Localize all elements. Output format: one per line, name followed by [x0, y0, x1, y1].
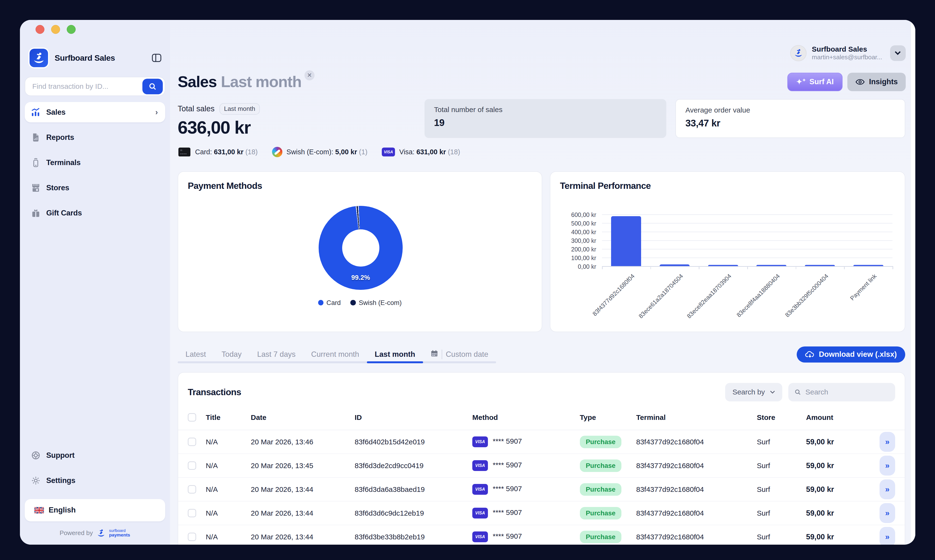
cell-store: Surf: [757, 485, 806, 494]
main-area: Surfboard Sales martin+sales@surfboar...…: [170, 20, 915, 545]
sidebar-item-settings[interactable]: Settings: [25, 470, 165, 491]
account-email: martin+sales@surfboar...: [812, 54, 882, 61]
cell-amount: 59,00 kr: [806, 509, 860, 517]
row-checkbox[interactable]: [188, 438, 196, 446]
bar-83f4377d92c1680f04[interactable]: [611, 216, 641, 266]
language-selector[interactable]: English: [25, 499, 165, 522]
sidebar-collapse-icon[interactable]: [151, 52, 163, 64]
cell-title: N/A: [206, 462, 251, 470]
minimize-window-button[interactable]: [51, 25, 60, 34]
sidebar-item-support[interactable]: Support: [25, 445, 165, 465]
select-all-checkbox[interactable]: [188, 413, 196, 422]
purchase-badge: Purchase: [580, 507, 622, 520]
tab-today[interactable]: Today: [214, 346, 249, 363]
zoom-window-button[interactable]: [67, 25, 76, 34]
bar-83ece8f4aa18880404[interactable]: [756, 265, 786, 266]
account-menu[interactable]: Surfboard Sales martin+sales@surfboar...: [790, 45, 906, 62]
column-header-terminal[interactable]: Terminal: [636, 414, 757, 422]
expand-row-button[interactable]: »: [879, 527, 895, 545]
average-order-value-card[interactable]: Average order value 33,47 kr: [676, 99, 906, 138]
payment-method-badges: Card: 631,00 kr (18)Swish (E-com): 5,00 …: [178, 145, 424, 158]
y-axis-tick-label: 400,00 kr: [554, 229, 596, 235]
table-row[interactable]: N/A20 Mar 2026, 13:4683f6d402b15d42e019V…: [178, 430, 905, 454]
expand-row-button[interactable]: »: [879, 455, 895, 475]
transactions-table-header: TitleDateIDMethodTypeTerminalStoreAmount: [178, 405, 905, 430]
surf-ai-button[interactable]: ✦✦ Surf AI: [787, 73, 842, 91]
stat-value: 19: [434, 117, 657, 128]
row-checkbox[interactable]: [188, 509, 196, 517]
settings-gear-icon: [31, 475, 41, 486]
tab-custom-date[interactable]: Custom date: [423, 346, 496, 363]
legend-item[interactable]: Swish (E-com): [350, 299, 402, 307]
expand-row-button[interactable]: »: [879, 479, 895, 499]
cell-type: Purchase: [580, 507, 636, 520]
search-by-dropdown[interactable]: Search by: [725, 383, 782, 402]
row-checkbox[interactable]: [188, 462, 196, 470]
column-header-method[interactable]: Method: [472, 414, 580, 422]
y-axis-tick-label: 600,00 kr: [554, 211, 596, 218]
scrollbar-track[interactable]: [911, 20, 915, 545]
account-name: Surfboard Sales: [812, 45, 882, 54]
sidebar-item-reports[interactable]: Reports: [25, 127, 165, 148]
sidebar-item-label: Settings: [46, 476, 158, 485]
cell-amount: 59,00 kr: [806, 533, 860, 541]
bar-83ece82eaa18703904[interactable]: [708, 265, 738, 266]
cell-method: VISA**** 5907: [472, 484, 580, 495]
sidebar-item-sales[interactable]: Sales›: [25, 102, 165, 122]
language-label: English: [49, 506, 76, 514]
account-dropdown-button[interactable]: [890, 45, 906, 61]
purchase-badge: Purchase: [580, 531, 622, 543]
total-number-of-sales-card[interactable]: Total number of sales 19: [424, 99, 667, 138]
row-checkbox[interactable]: [188, 533, 196, 541]
transactions-search-input[interactable]: [805, 388, 889, 396]
row-checkbox[interactable]: [188, 485, 196, 494]
tab-latest[interactable]: Latest: [178, 346, 214, 363]
sidebar-item-label: Support: [46, 451, 158, 460]
y-axis-tick-label: 500,00 kr: [554, 220, 596, 227]
total-sales-block: Total sales Last month 636,00 kr Card: 6…: [178, 99, 424, 159]
table-row[interactable]: N/A20 Mar 2026, 13:4483f6d3da6a38baed19V…: [178, 478, 905, 502]
sidebar-item-terminals[interactable]: Terminals: [25, 152, 165, 173]
bar-Payment link[interactable]: [853, 265, 883, 266]
transaction-search-input[interactable]: [25, 82, 141, 91]
search-icon: [794, 388, 801, 396]
bar-83ece61a2a18704504[interactable]: [660, 265, 690, 266]
donut-legend: CardSwish (E-com): [178, 299, 542, 307]
column-header-store[interactable]: Store: [757, 414, 806, 422]
clear-filter-icon[interactable]: ✕: [304, 70, 315, 81]
expand-row-button[interactable]: »: [879, 503, 895, 523]
cell-amount: 59,00 kr: [806, 462, 860, 470]
tab-current-month[interactable]: Current month: [303, 346, 367, 363]
download-view-button[interactable]: Download view (.xlsx): [797, 346, 905, 363]
x-axis-tick: [699, 266, 699, 269]
cell-title: N/A: [206, 533, 251, 541]
y-axis-tick-label: 300,00 kr: [554, 237, 596, 244]
column-header-type[interactable]: Type: [580, 414, 636, 422]
legend-label: Swish (E-com): [359, 299, 402, 307]
tab-last-month[interactable]: Last month: [367, 346, 423, 363]
sidebar-item-gift-cards[interactable]: Gift Cards: [25, 203, 165, 223]
table-row[interactable]: N/A20 Mar 2026, 13:4483f6d3be33b8b2eb19V…: [178, 525, 905, 545]
column-header-date[interactable]: Date: [251, 414, 355, 422]
search-button[interactable]: [142, 79, 163, 94]
cell-store: Surf: [757, 509, 806, 517]
legend-item[interactable]: Card: [318, 299, 341, 307]
column-header-amount[interactable]: Amount: [806, 414, 860, 422]
legend-dot: [350, 300, 356, 305]
purchase-badge: Purchase: [580, 483, 622, 496]
period-chip: Last month: [219, 103, 260, 115]
y-axis-tick-label: 200,00 kr: [554, 246, 596, 253]
cell-date: 20 Mar 2026, 13:44: [251, 509, 355, 517]
tab-last-7-days[interactable]: Last 7 days: [250, 346, 304, 363]
column-header-id[interactable]: ID: [355, 414, 472, 422]
table-row[interactable]: N/A20 Mar 2026, 13:4483f6d3d6c9dc12eb19V…: [178, 502, 905, 525]
x-axis-tick-label: 83ece61a2a18704504: [637, 272, 684, 320]
transactions-card: Transactions Search by TitleDateIDMethod…: [178, 372, 905, 545]
close-window-button[interactable]: [35, 25, 45, 34]
expand-row-button[interactable]: »: [879, 432, 895, 452]
sidebar-item-stores[interactable]: Stores: [25, 178, 165, 198]
bar-83e3bb329f5c000404[interactable]: [805, 265, 835, 266]
table-row[interactable]: N/A20 Mar 2026, 13:4583f6d3de2cd9cc0419V…: [178, 454, 905, 478]
column-header-title[interactable]: Title: [206, 414, 251, 422]
insights-button[interactable]: Insights: [847, 73, 906, 91]
